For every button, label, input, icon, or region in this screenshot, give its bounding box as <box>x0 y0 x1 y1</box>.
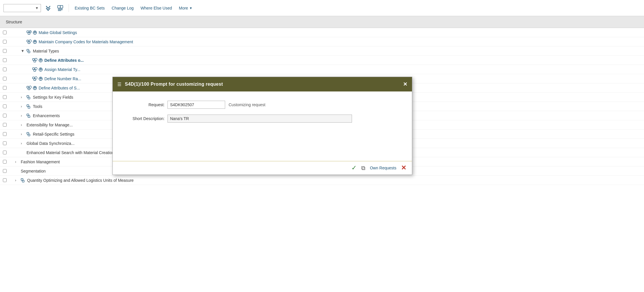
toolbar-select-wrapper: ▼ <box>3 4 41 12</box>
customizing-request-modal: ☰ S4D(1)/100 Prompt for customizing requ… <box>112 77 412 175</box>
svg-rect-1 <box>60 5 63 8</box>
copy-button[interactable]: ⧉ <box>361 165 365 171</box>
cancel-button[interactable]: ✕ <box>401 164 406 172</box>
request-input[interactable] <box>167 101 225 109</box>
toolbar: ▼ Existing BC Sets Change Log Where Else… <box>0 0 644 16</box>
request-note: Customizing request <box>229 102 265 107</box>
own-requests-link[interactable]: Own Requests <box>370 166 396 170</box>
modal-title: S4D(1)/100 Prompt for customizing reques… <box>125 82 223 87</box>
more-label: More <box>179 6 188 10</box>
toolbar-select[interactable] <box>3 4 41 12</box>
more-caret-icon: ▼ <box>189 6 192 10</box>
request-label: Request: <box>124 102 167 107</box>
modal-footer: ✓ ⧉ Own Requests ✕ <box>113 161 412 175</box>
where-else-used-link[interactable]: Where Else Used <box>138 5 174 12</box>
toolbar-separator <box>69 4 69 12</box>
modal-menu-icon[interactable]: ☰ <box>117 82 121 87</box>
form-row-request: Request: Customizing request <box>124 101 400 109</box>
modal-titlebar: ☰ S4D(1)/100 Prompt for customizing requ… <box>113 77 412 91</box>
confirm-button[interactable]: ✓ <box>351 164 357 172</box>
modal-titlebar-left: ☰ S4D(1)/100 Prompt for customizing requ… <box>117 82 223 87</box>
modal-close-button[interactable]: ✕ <box>403 81 407 87</box>
more-button[interactable]: More ▼ <box>177 5 195 12</box>
short-desc-input[interactable] <box>167 115 352 123</box>
existing-bc-sets-link[interactable]: Existing BC Sets <box>72 5 107 12</box>
svg-rect-0 <box>58 5 60 8</box>
change-log-link[interactable]: Change Log <box>109 5 136 12</box>
main-area: Structure › Make Global Settings › Maint… <box>0 16 644 292</box>
double-arrow-down-icon[interactable] <box>43 4 53 12</box>
form-row-short-desc: Short Description: <box>124 115 400 123</box>
modal-overlay: ☰ S4D(1)/100 Prompt for customizing requ… <box>0 16 644 292</box>
short-desc-label: Short Description: <box>124 116 167 121</box>
switch-view-icon[interactable] <box>55 4 65 12</box>
modal-body: Request: Customizing request Short Descr… <box>113 91 412 161</box>
